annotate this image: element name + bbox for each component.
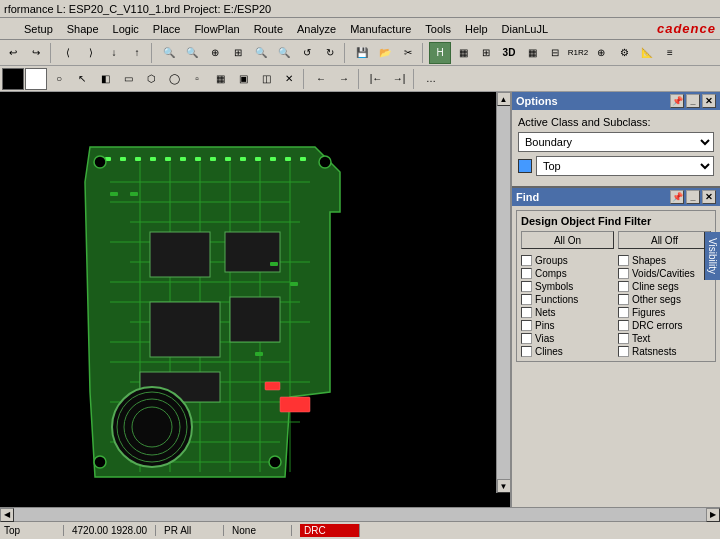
- tb2-grid2[interactable]: ▦: [209, 68, 231, 90]
- menu-manufacture[interactable]: Manufacture: [344, 21, 417, 37]
- tb-extra1[interactable]: ▦: [521, 42, 543, 64]
- menu-dianlujl[interactable]: DianLuJL: [496, 21, 554, 37]
- scroll-down-btn[interactable]: ▼: [497, 479, 511, 493]
- tb-undo[interactable]: ↩: [2, 42, 24, 64]
- tb-save[interactable]: 💾: [351, 42, 373, 64]
- subclass-select[interactable]: Top Bottom Inner1 Inner2: [536, 156, 714, 176]
- options-pin-btn[interactable]: 📌: [670, 94, 684, 108]
- cb-drc-box[interactable]: [618, 320, 629, 331]
- pcb-canvas[interactable]: ▲ ▼: [0, 92, 510, 507]
- all-off-btn[interactable]: All Off: [618, 231, 711, 249]
- tb2-circle[interactable]: ○: [48, 68, 70, 90]
- cb-clines-box[interactable]: [521, 346, 532, 357]
- cb-pins-box[interactable]: [521, 320, 532, 331]
- tb-prev[interactable]: ⟨: [57, 42, 79, 64]
- cb-symbols-box[interactable]: [521, 281, 532, 292]
- boundary-select[interactable]: Boundary Top Bottom Inner1 Inner2: [518, 132, 714, 152]
- cb-nets-box[interactable]: [521, 307, 532, 318]
- tb2-more[interactable]: …: [420, 68, 442, 90]
- tb2-black[interactable]: [2, 68, 24, 90]
- cb-text-box[interactable]: [618, 333, 629, 344]
- tb-next[interactable]: ⟩: [80, 42, 102, 64]
- scroll-right-btn[interactable]: ▶: [706, 508, 720, 522]
- menu-place[interactable]: Place: [147, 21, 187, 37]
- options-close-btn[interactable]: ✕: [702, 94, 716, 108]
- filter-title: Design Object Find Filter: [521, 215, 711, 227]
- tb-cut[interactable]: ✂: [397, 42, 419, 64]
- menu-logic[interactable]: Logic: [107, 21, 145, 37]
- horizontal-scrollbar[interactable]: ◀ ▶: [0, 507, 720, 521]
- cb-voids-box[interactable]: [618, 268, 629, 279]
- tb-up[interactable]: ↑: [126, 42, 148, 64]
- tb-rotate-cw[interactable]: ↻: [319, 42, 341, 64]
- cb-shapes-box[interactable]: [618, 255, 629, 266]
- tb2-sm[interactable]: ▫: [186, 68, 208, 90]
- tb-zoom-in[interactable]: 🔍: [158, 42, 180, 64]
- tb-highlight[interactable]: H: [429, 42, 451, 64]
- tb-rotate-ccw[interactable]: ↺: [296, 42, 318, 64]
- tb-settings[interactable]: ⚙: [613, 42, 635, 64]
- tb-open[interactable]: 📂: [374, 42, 396, 64]
- tb-3d[interactable]: 3D: [498, 42, 520, 64]
- tb2-rect[interactable]: ▭: [117, 68, 139, 90]
- tb2-oval[interactable]: ◯: [163, 68, 185, 90]
- cb-othersegs-box[interactable]: [618, 294, 629, 305]
- menu-file[interactable]: [4, 27, 16, 31]
- tb-extra2[interactable]: ⊟: [544, 42, 566, 64]
- tb-redo[interactable]: ↪: [25, 42, 47, 64]
- tb2-half2[interactable]: ◫: [255, 68, 277, 90]
- cb-ratsnests-box[interactable]: [618, 346, 629, 357]
- menu-route[interactable]: Route: [248, 21, 289, 37]
- menu-shape[interactable]: Shape: [61, 21, 105, 37]
- scroll-left-btn[interactable]: ◀: [0, 508, 14, 522]
- cb-figures-box[interactable]: [618, 307, 629, 318]
- find-panel: Find 📌 _ ✕ Design Object Find Filter All…: [512, 188, 720, 507]
- tb-end[interactable]: ≡: [659, 42, 681, 64]
- vertical-scrollbar[interactable]: ▲ ▼: [496, 92, 510, 493]
- find-min-btn[interactable]: _: [686, 190, 700, 204]
- tb-zoom-fit[interactable]: ⊕: [204, 42, 226, 64]
- cb-clinesegs-box[interactable]: [618, 281, 629, 292]
- visibility-tab[interactable]: Visibility: [704, 232, 720, 280]
- cb-pins: Pins: [521, 320, 614, 331]
- all-on-btn[interactable]: All On: [521, 231, 614, 249]
- menu-tools[interactable]: Tools: [419, 21, 457, 37]
- find-pin-btn[interactable]: 📌: [670, 190, 684, 204]
- tb-extra3[interactable]: R1R2: [567, 42, 589, 64]
- scroll-track-v[interactable]: [499, 106, 509, 479]
- tb2-snap2[interactable]: →|: [388, 68, 410, 90]
- tb-zoom-2[interactable]: 🔍: [250, 42, 272, 64]
- tb2-x[interactable]: ✕: [278, 68, 300, 90]
- tb-zoom-selection[interactable]: ⊞: [227, 42, 249, 64]
- tb-zoom-out[interactable]: 🔍: [181, 42, 203, 64]
- tb-extra4[interactable]: ⊕: [590, 42, 612, 64]
- find-close-btn[interactable]: ✕: [702, 190, 716, 204]
- tb2-square[interactable]: ▣: [232, 68, 254, 90]
- tb-measure[interactable]: 📐: [636, 42, 658, 64]
- scroll-up-btn[interactable]: ▲: [497, 92, 511, 106]
- tb2-half[interactable]: ◧: [94, 68, 116, 90]
- options-body: Active Class and Subclass: Boundary Top …: [512, 110, 720, 186]
- tb2-snap1[interactable]: |←: [365, 68, 387, 90]
- tb-select[interactable]: ▦: [452, 42, 474, 64]
- cb-groups-box[interactable]: [521, 255, 532, 266]
- tb2-hex[interactable]: ⬡: [140, 68, 162, 90]
- tb2-white[interactable]: [25, 68, 47, 90]
- tb2-right[interactable]: →: [333, 68, 355, 90]
- scroll-track-h[interactable]: [14, 510, 706, 520]
- cb-comps-box[interactable]: [521, 268, 532, 279]
- cb-functions-box[interactable]: [521, 294, 532, 305]
- menu-analyze[interactable]: Analyze: [291, 21, 342, 37]
- menu-flowplan[interactable]: FlowPlan: [188, 21, 245, 37]
- tb2-arrow[interactable]: ↖: [71, 68, 93, 90]
- tb2-left[interactable]: ←: [310, 68, 332, 90]
- svg-rect-46: [280, 397, 310, 412]
- tb-grid[interactable]: ⊞: [475, 42, 497, 64]
- menu-help[interactable]: Help: [459, 21, 494, 37]
- tb-zoom-3[interactable]: 🔍: [273, 42, 295, 64]
- cb-vias-box[interactable]: [521, 333, 532, 344]
- menu-setup[interactable]: Setup: [18, 21, 59, 37]
- tb-down[interactable]: ↓: [103, 42, 125, 64]
- svg-rect-39: [150, 302, 220, 357]
- options-min-btn[interactable]: _: [686, 94, 700, 108]
